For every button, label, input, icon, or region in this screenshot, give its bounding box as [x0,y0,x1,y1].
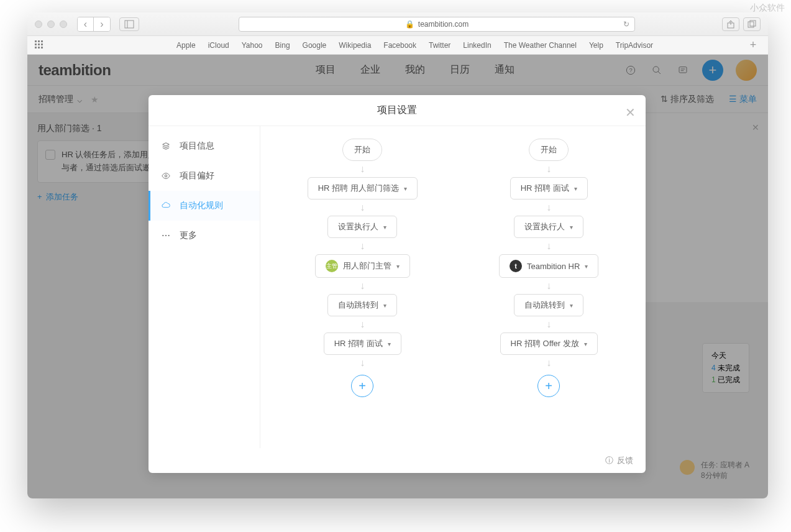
bookmark-link[interactable]: LinkedIn [463,41,491,50]
user-badge: t [510,260,522,272]
chevron-down-icon: ▾ [383,302,386,309]
modal-footer: ⓘ 反馈 [149,448,646,473]
sidebar-item-label: 自动化规则 [180,200,223,211]
flow-step-node[interactable]: 主管用人部门主管▾ [315,254,410,278]
bookmark-link[interactable]: Facebook [383,41,416,50]
bookmark-link[interactable]: Yelp [589,41,603,50]
sidebar-item-label: 项目偏好 [180,170,214,181]
chevron-down-icon: ▾ [570,302,573,309]
flow-column: 开始 ↓ HR 招聘 用人部门筛选▾ ↓ 设置执行人▾ ↓ 主管用人部门主管▾ … [308,139,418,436]
sidebar-toggle-button[interactable] [119,17,139,31]
sidebar-item-automation[interactable]: 自动化规则 [149,191,260,221]
arrow-down-icon: ↓ [360,357,365,369]
flow-step-node[interactable]: 设置执行人▾ [327,216,397,238]
bookmark-link[interactable]: iCloud [208,41,229,50]
modal-header: 项目设置 ✕ [149,95,646,126]
sidebar-item-more[interactable]: ⋯ 更多 [149,221,260,250]
flow-step-node[interactable]: HR 招聘 用人部门筛选▾ [308,177,418,200]
cloud-icon [161,201,171,211]
settings-modal: 项目设置 ✕ 项目信息 项目偏好 自动化规则 ⋯ 更多 [149,95,646,473]
tabs-button[interactable] [743,17,761,31]
arrow-down-icon: ↓ [546,163,551,175]
arrow-down-icon: ↓ [546,280,551,291]
flow-step-node[interactable]: 自动跳转到▾ [514,294,583,316]
svg-rect-0 [125,21,134,28]
bookmark-link[interactable]: Apple [176,41,196,50]
modal-title: 项目设置 [377,104,417,117]
chevron-down-icon: ▾ [585,263,588,270]
automation-flows: 开始 ↓ HR 招聘 用人部门筛选▾ ↓ 设置执行人▾ ↓ 主管用人部门主管▾ … [260,126,646,448]
arrow-down-icon: ↓ [546,319,551,330]
bookmark-link[interactable]: Wikipedia [339,41,371,50]
more-icon: ⋯ [161,231,171,241]
chevron-down-icon: ▾ [388,341,391,347]
maximize-window-button[interactable] [60,21,67,28]
arrow-down-icon: ↓ [546,357,551,369]
back-button[interactable]: ‹ [78,17,94,31]
bookmark-link[interactable]: Bing [275,41,290,50]
arrow-down-icon: ↓ [360,319,365,330]
share-button[interactable] [722,17,739,31]
apps-grid-icon[interactable] [35,40,45,50]
arrow-down-icon: ↓ [360,280,365,291]
bookmark-link[interactable]: Yahoo [242,41,263,50]
lock-icon: 🔒 [405,20,414,29]
reload-icon[interactable]: ↻ [623,20,629,29]
flow-step-node[interactable]: 自动跳转到▾ [327,294,397,316]
arrow-down-icon: ↓ [546,241,551,252]
modal-close-button[interactable]: ✕ [625,105,636,120]
chevron-down-icon: ▾ [404,185,407,192]
bookmark-link[interactable]: TripAdvisor [616,41,653,50]
nav-arrows: ‹ › [77,17,111,32]
arrow-down-icon: ↓ [360,163,365,175]
url-bar[interactable]: 🔒 teambition.com ↻ [239,17,635,32]
bookmarks-list: Apple iCloud Yahoo Bing Google Wikipedia… [176,41,653,50]
chevron-down-icon: ▾ [396,263,400,270]
flow-start-node[interactable]: 开始 [529,139,569,161]
forward-button[interactable]: › [94,17,110,31]
sidebar-item-preferences[interactable]: 项目偏好 [149,161,260,191]
bookmark-link[interactable]: Twitter [429,41,450,50]
feedback-link[interactable]: 反馈 [617,455,633,466]
add-step-button[interactable]: + [537,375,560,397]
flow-step-node[interactable]: HR 招聘 面试▾ [324,332,401,355]
chevron-down-icon: ▾ [383,224,386,231]
browser-window: ‹ › 🔒 teambition.com ↻ Apple i [27,12,768,498]
browser-titlebar: ‹ › 🔒 teambition.com ↻ [27,12,768,36]
flow-start-node[interactable]: 开始 [342,139,382,161]
flow-column: 开始 ↓ HR 招聘 面试▾ ↓ 设置执行人▾ ↓ tTeambition HR… [499,139,598,436]
flow-step-node[interactable]: HR 招聘 Offer 发放▾ [500,332,598,355]
stack-icon [161,141,171,151]
user-badge: 主管 [326,260,338,272]
add-step-button[interactable]: + [351,375,373,397]
sidebar-item-label: 项目信息 [180,140,214,152]
url-text: teambition.com [418,20,469,29]
flow-step-node[interactable]: HR 招聘 面试▾ [510,177,588,200]
arrow-down-icon: ↓ [360,202,365,213]
minimize-window-button[interactable] [47,21,55,28]
chevron-down-icon: ▾ [584,341,587,347]
sidebar-item-info[interactable]: 项目信息 [149,131,260,161]
add-tab-button[interactable]: + [746,38,761,53]
chevron-down-icon: ▾ [574,185,577,192]
sidebar-item-label: 更多 [180,230,197,241]
svg-point-12 [165,175,167,177]
help-icon: ⓘ [605,455,613,466]
flow-step-node[interactable]: 设置执行人▾ [514,216,583,238]
bookmarks-bar: Apple iCloud Yahoo Bing Google Wikipedia… [27,36,768,55]
svg-rect-4 [750,21,756,26]
svg-rect-3 [748,22,754,27]
bookmark-link[interactable]: Google [303,41,327,50]
arrow-down-icon: ↓ [546,202,551,213]
eye-icon [161,171,171,181]
settings-sidebar: 项目信息 项目偏好 自动化规则 ⋯ 更多 [149,126,260,448]
arrow-down-icon: ↓ [360,241,365,252]
flow-step-node[interactable]: tTeambition HR▾ [499,254,598,278]
close-window-button[interactable] [35,21,42,28]
traffic-lights [35,21,67,28]
bookmark-link[interactable]: The Weather Channel [504,41,577,50]
chevron-down-icon: ▾ [570,224,573,231]
